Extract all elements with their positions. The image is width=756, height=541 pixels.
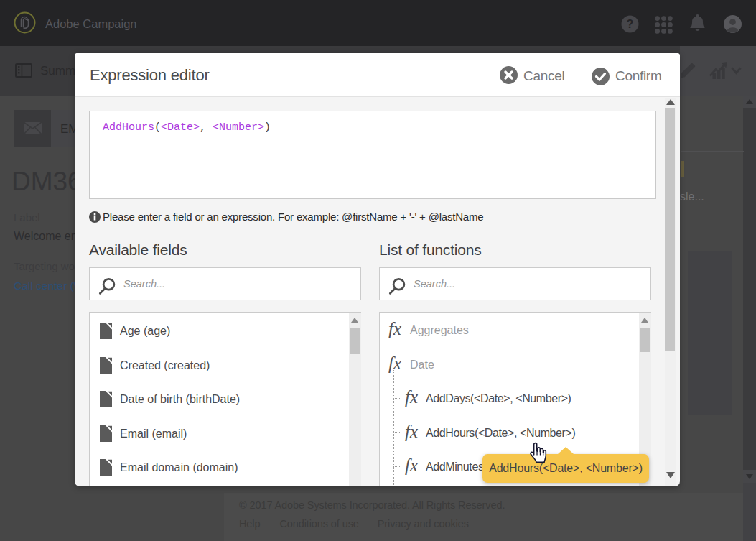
svg-text:?: ?	[627, 18, 634, 30]
